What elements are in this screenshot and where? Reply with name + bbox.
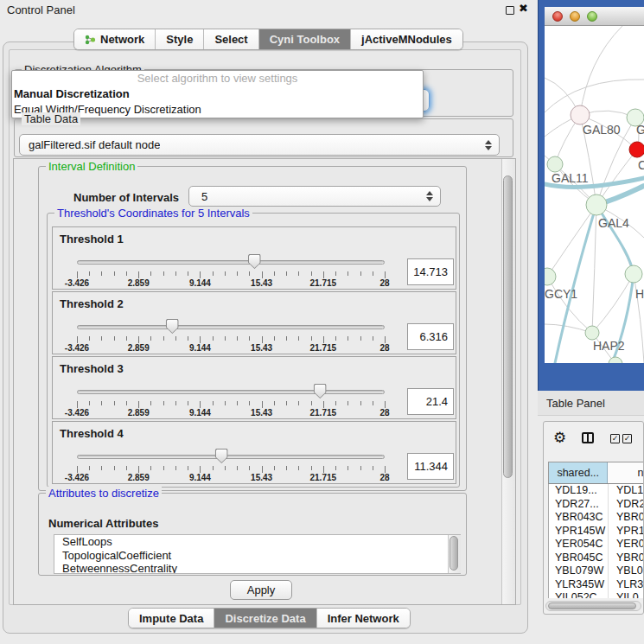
table-row[interactable]: YDR27...YDR2 [549,498,644,512]
tab-cyni-toolbox[interactable]: Cyni Toolbox [259,29,351,49]
column-header-name[interactable]: na [608,462,644,483]
threshold-value-field[interactable]: 11.344 [407,453,454,480]
cell-shared-name[interactable]: YDL19... [549,484,608,498]
table-row[interactable]: YLR345WYLR3 [549,578,644,592]
slider-track[interactable] [77,390,385,394]
threshold-value-field[interactable]: 14.713 [407,258,454,285]
cell-name[interactable]: YBL0 [608,564,644,578]
table-data-combobox[interactable]: galFiltered.sif default node [19,134,500,156]
threshold-row: Threshold 1 -3.4262.8599.14415.4321.7152… [52,226,456,290]
dropdown-item[interactable]: Manual Discretization [12,86,423,102]
slider-tick [360,466,361,470]
table-row[interactable]: YBR045CYBR0 [549,552,644,565]
threshold-slider[interactable]: -3.4262.8599.14415.4321.71528 [77,227,385,290]
cell-name[interactable]: YER0 [608,538,644,552]
table-hscrollbar[interactable] [545,601,641,611]
number-of-intervals-combobox[interactable]: 5 [188,186,441,207]
cell-shared-name[interactable]: YBL079W [549,564,608,578]
float-window-icon[interactable] [506,6,514,15]
cell-name[interactable]: YIL0 [608,591,644,598]
network-node-label: G [636,123,644,137]
cell-shared-name[interactable]: YBR043C [549,511,608,525]
cell-name[interactable]: YLR3 [608,578,644,592]
slider-tick [150,401,151,405]
column-header-shared-name[interactable]: shared... [549,462,608,483]
slider-thumb-handle[interactable] [166,319,179,334]
attribute-list-item[interactable]: TopologicalCoefficient [54,549,460,563]
slider-track[interactable] [77,455,385,459]
attributes-title: Attributes to discretize [46,487,162,500]
cell-name[interactable]: YDR2 [608,498,644,512]
tab-infer-network[interactable]: Infer Network [317,609,410,628]
cell-shared-name[interactable]: YBR045C [549,552,608,565]
threshold-value-field[interactable]: 6.316 [407,323,454,350]
slider-tick [323,336,324,343]
attributes-scrollbar-thumb[interactable] [450,536,458,571]
checkbox-icon[interactable]: ✓ [622,434,632,443]
table-row[interactable]: YBL079WYBL0 [549,564,644,578]
cell-shared-name[interactable]: YLR345W [549,578,608,592]
slider-tick-label: 15.43 [251,473,272,482]
table-row[interactable]: YDL19...YDL1 [549,484,644,498]
slider-track[interactable] [77,325,385,329]
network-node[interactable] [586,194,607,215]
tab-style[interactable]: Style [156,29,204,49]
network-node[interactable] [585,326,599,340]
cell-name[interactable]: YDL1 [608,484,644,498]
table-row[interactable]: YER054CYER0 [549,538,644,552]
close-icon[interactable]: ✖ [519,2,528,15]
close-traffic-light-icon[interactable] [552,11,563,22]
network-node[interactable] [625,265,642,283]
network-node[interactable] [547,156,563,172]
network-graph[interactable]: GAL80GGAL11CGAL4GCY1HHAP2 [545,26,644,363]
attribute-list-item[interactable]: BetweennessCentrality [54,562,460,574]
apply-button[interactable]: Apply [230,580,292,600]
table-row[interactable]: YPR145WYPR1 [549,525,644,539]
network-node[interactable] [629,142,644,157]
cell-name[interactable]: YBR0 [608,511,644,525]
cell-shared-name[interactable]: YDR27... [549,498,608,512]
cell-name[interactable]: YBR0 [608,552,644,565]
numerical-attributes-list[interactable]: SelfLoopsTopologicalCoefficientBetweenne… [54,534,461,574]
minimize-traffic-light-icon[interactable] [570,11,580,22]
tab-network[interactable]: Network [74,29,156,49]
tab-jactivemnodules[interactable]: jActiveMNodules [351,29,462,49]
slider-tick-label: 9.144 [189,408,211,418]
cell-name[interactable]: YPR1 [608,525,644,539]
slider-tick [298,466,299,470]
slider-thumb-handle[interactable] [215,449,228,463]
tab-select[interactable]: Select [204,29,258,49]
network-node[interactable] [545,268,556,285]
network-node[interactable] [571,105,590,124]
settings-scrollbar-thumb[interactable] [503,175,513,478]
tab-impute-data[interactable]: Impute Data [129,609,214,628]
slider-tick [188,336,188,341]
slider-tick [225,401,226,405]
slider-tick [373,271,373,276]
threshold-value-field[interactable]: 21.4 [407,388,454,415]
table-row[interactable]: YBR043CYBR0 [549,511,644,525]
cell-shared-name[interactable]: YER054C [549,538,608,552]
cell-shared-name[interactable]: YIL052C [549,591,608,598]
cell-shared-name[interactable]: YPR145W [549,525,608,539]
threshold-slider[interactable]: -3.4262.8599.14415.4321.71528 [77,422,385,485]
attribute-list-item[interactable]: SelfLoops [54,535,460,549]
network-canvas[interactable]: GAL80GGAL11CGAL4GCY1HHAP2 [545,26,644,363]
network-icon [85,34,96,46]
slider-thumb-handle[interactable] [248,254,261,269]
zoom-traffic-light-icon[interactable] [587,11,597,22]
table-row[interactable]: YIL052CYIL0 [549,591,644,598]
tab-discretize-data[interactable]: Discretize Data [214,609,316,628]
table-header-row: shared... na [548,462,644,484]
threshold-slider[interactable]: -3.4262.8599.14415.4321.71528 [77,292,385,355]
network-window-titlebar[interactable] [545,7,644,26]
slider-thumb-handle[interactable] [314,384,327,399]
split-columns-icon[interactable] [582,432,594,443]
table-hscrollbar-thumb[interactable] [548,603,636,609]
slider-track[interactable] [77,260,385,265]
settings-gear-icon[interactable]: ⚙ [553,429,566,447]
checkbox-icon[interactable]: ✓ [610,434,620,443]
threshold-slider[interactable]: -3.4262.8599.14415.4321.71528 [77,357,385,420]
table-data-combo-value: galFiltered.sif default node [20,138,160,151]
slider-tick-label: -3.426 [65,473,89,482]
